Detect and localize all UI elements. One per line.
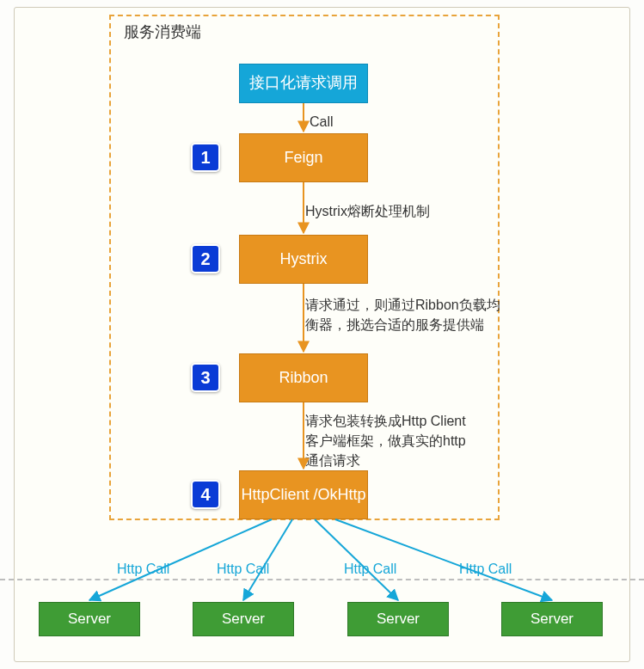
boundary-title: 服务消费端	[124, 21, 201, 42]
http-call-label-1: Http Call	[117, 562, 169, 577]
edge-note-http: 请求包装转换成Http Client 客户端框架，做真实的http 通信请求	[305, 411, 466, 471]
node-entry: 接口化请求调用	[239, 64, 368, 103]
node-hystrix: Hystrix	[239, 235, 368, 284]
http-call-label-3: Http Call	[344, 562, 396, 577]
server-4: Server	[501, 602, 603, 636]
server-1: Server	[39, 602, 140, 636]
step-badge-4: 4	[191, 480, 220, 509]
node-httpclient: HttpClient /OkHttp	[239, 470, 368, 519]
step-badge-2: 2	[191, 244, 220, 273]
step-badge-1: 1	[191, 143, 220, 172]
http-call-label-2: Http Call	[217, 562, 269, 577]
edge-note-ribbon: 请求通过，则通过Ribbon负载均 衡器，挑选合适的服务提供端	[305, 295, 500, 334]
edge-label-call: Call	[310, 112, 334, 132]
step-badge-3: 3	[191, 363, 220, 392]
server-3: Server	[347, 602, 449, 636]
network-boundary-line	[0, 579, 644, 580]
edge-note-hystrix: Hystrix熔断处理机制	[305, 201, 430, 221]
server-2: Server	[193, 602, 294, 636]
node-ribbon: Ribbon	[239, 353, 368, 402]
http-call-label-4: Http Call	[459, 562, 512, 577]
node-feign: Feign	[239, 133, 368, 182]
